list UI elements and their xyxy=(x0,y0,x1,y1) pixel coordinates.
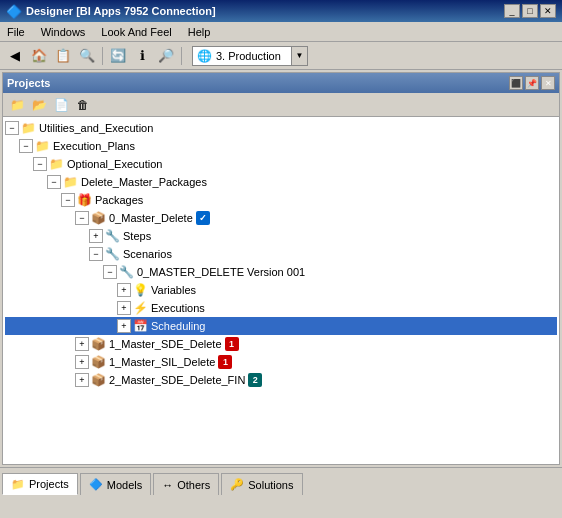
tree-label-scheduling: Scheduling xyxy=(151,318,205,334)
tree-expander-master-sde-delete[interactable]: + xyxy=(75,337,89,351)
solutions-tab[interactable]: 🔑Solutions xyxy=(221,473,302,495)
projects-panel: Projects ⬛ 📌 ✕ 📁 📂 📄 🗑 −📁Utilities_and_E… xyxy=(2,72,560,465)
tree-icon-root: 📁 xyxy=(21,120,36,136)
models-tab-icon: 🔷 xyxy=(89,478,103,491)
others-tab-icon: ↔ xyxy=(162,479,173,491)
tree-node-scheduling[interactable]: +📅Scheduling xyxy=(5,317,557,335)
title-bar: 🔷 Designer [BI Apps 7952 Connection] _ □… xyxy=(0,0,562,22)
badge-master-sde-delete-fin: 2 xyxy=(248,373,262,387)
projects-tab[interactable]: 📁Projects xyxy=(2,473,78,495)
panel-new-file-btn[interactable]: 📄 xyxy=(51,96,71,114)
tree-label-optional-execution: Optional_Execution xyxy=(67,156,162,172)
copy-btn[interactable]: 📋 xyxy=(52,45,74,67)
home-btn[interactable]: 🏠 xyxy=(28,45,50,67)
tree-label-variables: Variables xyxy=(151,282,196,298)
menu-windows[interactable]: Windows xyxy=(38,25,89,39)
panel-open-btn[interactable]: 📂 xyxy=(29,96,49,114)
window-controls: _ □ ✕ xyxy=(504,4,556,18)
tree-icon-master-delete: 📦 xyxy=(91,210,106,226)
tree-expander-scenarios[interactable]: − xyxy=(89,247,103,261)
tree-node-scenarios[interactable]: −🔧Scenarios xyxy=(5,245,557,263)
others-tab[interactable]: ↔Others xyxy=(153,473,219,495)
tree-node-delete-master[interactable]: −📁Delete_Master_Packages xyxy=(5,173,557,191)
tree-icon-steps: 🔧 xyxy=(105,228,120,244)
tree-expander-execution-plans[interactable]: − xyxy=(19,139,33,153)
tree-icon-scenarios: 🔧 xyxy=(105,246,120,262)
tree-node-optional-execution[interactable]: −📁Optional_Execution xyxy=(5,155,557,173)
others-tab-label: Others xyxy=(177,479,210,491)
maximize-button[interactable]: □ xyxy=(522,4,538,18)
menu-look-feel[interactable]: Look And Feel xyxy=(98,25,174,39)
solutions-tab-icon: 🔑 xyxy=(230,478,244,491)
tree-node-master-delete-version[interactable]: −🔧0_MASTER_DELETE Version 001 xyxy=(5,263,557,281)
tree-node-execution-plans[interactable]: −📁Execution_Plans xyxy=(5,137,557,155)
info-btn[interactable]: ℹ xyxy=(131,45,153,67)
tree-expander-optional-execution[interactable]: − xyxy=(33,157,47,171)
tree-icon-master-sde-delete: 📦 xyxy=(91,336,106,352)
projects-tab-label: Projects xyxy=(29,478,69,490)
back-btn[interactable]: ◀ xyxy=(4,45,26,67)
tree-node-packages[interactable]: −🎁Packages xyxy=(5,191,557,209)
env-icon: 🌐 xyxy=(197,49,212,63)
tree-node-master-sde-delete-fin[interactable]: +📦2_Master_SDE_Delete_FIN2 xyxy=(5,371,557,389)
env-dropdown-arrow[interactable]: ▼ xyxy=(292,46,308,66)
env-value: 3. Production xyxy=(216,50,281,62)
tree-node-master-delete[interactable]: −📦0_Master_Delete✓ xyxy=(5,209,557,227)
panel-close-btn[interactable]: ✕ xyxy=(541,76,555,90)
tree-node-variables[interactable]: +💡Variables xyxy=(5,281,557,299)
panel-minimize-btn[interactable]: ⬛ xyxy=(509,76,523,90)
tree-label-master-sde-delete: 1_Master_SDE_Delete xyxy=(109,336,222,352)
tree-icon-scheduling: 📅 xyxy=(133,318,148,334)
tree-label-execution-plans: Execution_Plans xyxy=(53,138,135,154)
tree-node-master-sde-delete[interactable]: +📦1_Master_SDE_Delete1 xyxy=(5,335,557,353)
tree-expander-executions[interactable]: + xyxy=(117,301,131,315)
tree-expander-variables[interactable]: + xyxy=(117,283,131,297)
tree-icon-optional-execution: 📁 xyxy=(49,156,64,172)
models-tab[interactable]: 🔷Models xyxy=(80,473,151,495)
tree-icon-executions: ⚡ xyxy=(133,300,148,316)
tree-expander-root[interactable]: − xyxy=(5,121,19,135)
tree-node-executions[interactable]: +⚡Executions xyxy=(5,299,557,317)
tree-expander-scheduling[interactable]: + xyxy=(117,319,131,333)
menu-file[interactable]: File xyxy=(4,25,28,39)
models-tab-label: Models xyxy=(107,479,142,491)
bottom-tab-bar: 📁Projects🔷Models↔Others🔑Solutions xyxy=(0,467,562,495)
badge-master-sil-delete: 1 xyxy=(218,355,232,369)
panel-pin-btn[interactable]: 📌 xyxy=(525,76,539,90)
tree-expander-master-delete[interactable]: − xyxy=(75,211,89,225)
find-btn[interactable]: 🔎 xyxy=(155,45,177,67)
tree-node-steps[interactable]: +🔧Steps xyxy=(5,227,557,245)
tree-node-master-sil-delete[interactable]: +📦1_Master_SIL_Delete1 xyxy=(5,353,557,371)
env-selector: 🌐 3. Production ▼ xyxy=(192,46,308,66)
refresh-btn[interactable]: 🔄 xyxy=(107,45,129,67)
panel-title-bar: Projects ⬛ 📌 ✕ xyxy=(3,73,559,93)
main-toolbar: ◀ 🏠 📋 🔍 🔄 ℹ 🔎 🌐 3. Production ▼ xyxy=(0,42,562,70)
badge-master-sde-delete: 1 xyxy=(225,337,239,351)
tree-area[interactable]: −📁Utilities_and_Execution−📁Execution_Pla… xyxy=(3,117,559,464)
env-dropdown[interactable]: 🌐 3. Production xyxy=(192,46,292,66)
tree-expander-packages[interactable]: − xyxy=(61,193,75,207)
tree-node-root[interactable]: −📁Utilities_and_Execution xyxy=(5,119,557,137)
tree-expander-master-delete-version[interactable]: − xyxy=(103,265,117,279)
close-button[interactable]: ✕ xyxy=(540,4,556,18)
panel-delete-btn[interactable]: 🗑 xyxy=(73,96,93,114)
menu-help[interactable]: Help xyxy=(185,25,214,39)
panel-new-folder-btn[interactable]: 📁 xyxy=(7,96,27,114)
toolbar-sep-1 xyxy=(102,47,103,65)
tree-icon-master-sil-delete: 📦 xyxy=(91,354,106,370)
toolbar-sep-2 xyxy=(181,47,182,65)
tree-icon-variables: 💡 xyxy=(133,282,148,298)
tree-label-scenarios: Scenarios xyxy=(123,246,172,262)
tree-expander-master-sde-delete-fin[interactable]: + xyxy=(75,373,89,387)
search-btn[interactable]: 🔍 xyxy=(76,45,98,67)
panel-toolbar: 📁 📂 📄 🗑 xyxy=(3,93,559,117)
tree-label-master-delete-version: 0_MASTER_DELETE Version 001 xyxy=(137,264,305,280)
tree-label-steps: Steps xyxy=(123,228,151,244)
tree-label-master-sde-delete-fin: 2_Master_SDE_Delete_FIN xyxy=(109,372,245,388)
tree-expander-master-sil-delete[interactable]: + xyxy=(75,355,89,369)
panel-controls: ⬛ 📌 ✕ xyxy=(509,76,555,90)
tree-expander-steps[interactable]: + xyxy=(89,229,103,243)
menu-bar: File Windows Look And Feel Help xyxy=(0,22,562,42)
tree-expander-delete-master[interactable]: − xyxy=(47,175,61,189)
minimize-button[interactable]: _ xyxy=(504,4,520,18)
